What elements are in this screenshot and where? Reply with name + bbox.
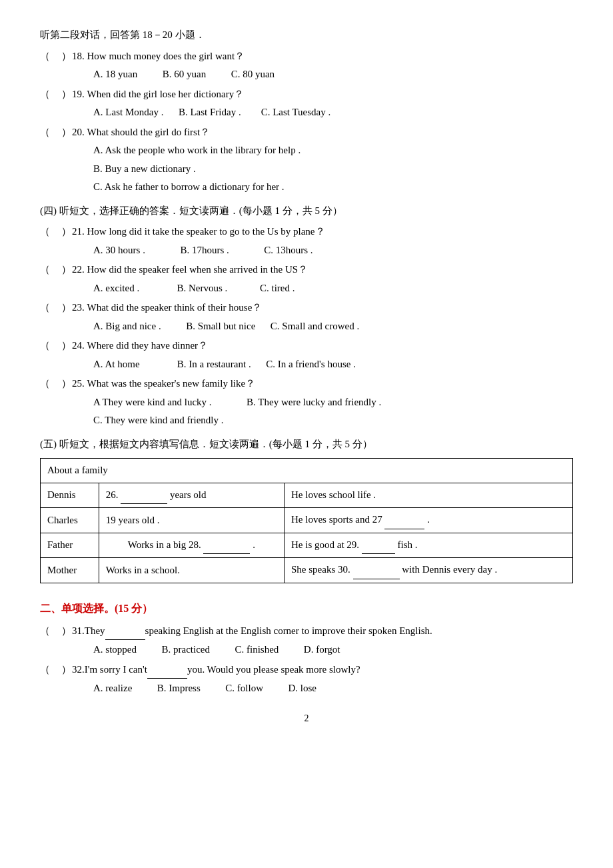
q23-space: ）: [59, 299, 72, 317]
q24-paren: （: [40, 337, 59, 355]
blank-27[interactable]: [384, 511, 424, 529]
q23-opt-a: A. Big and nice .: [93, 321, 161, 331]
q31-opt-a: A. stopped: [93, 644, 137, 655]
table-cell-charles-age: 19 years old .: [99, 508, 284, 533]
q20-paren: （: [40, 124, 59, 141]
q18-paren: （: [40, 48, 59, 65]
table-cell-dennis-info: He loves school life .: [285, 483, 573, 508]
table-cell-dennis-age: 26. years old: [99, 483, 284, 508]
q22-num: 22.: [72, 261, 85, 279]
q18-opt-b: B. 60 yuan: [163, 69, 206, 79]
question-22: （ ） 22. How did the speaker feel when sh…: [40, 261, 573, 297]
q19-paren: （: [40, 86, 59, 103]
blank-32[interactable]: [147, 661, 187, 679]
q24-opt-b: B. In a restaurant .: [177, 359, 251, 369]
q21-opt-b: B. 17hours .: [180, 245, 229, 255]
q23-num: 23.: [72, 299, 85, 317]
q32-opt-c: C. follow: [225, 683, 263, 693]
blank-29[interactable]: [362, 537, 395, 555]
q19-options: A. Last Monday . B. Last Friday . C. Las…: [93, 104, 573, 121]
q32-text-pre: I'm sorry I can't: [85, 661, 147, 679]
q24-text: Where did they have dinner？: [87, 337, 209, 355]
q18-text: How much money does the girl want？: [87, 48, 245, 65]
question-32: （ ） 32. I'm sorry I can't you. Would you…: [40, 661, 573, 697]
blank-28[interactable]: [203, 537, 250, 555]
q18-space: ）: [59, 48, 72, 65]
q31-opt-c: C. finished: [235, 644, 279, 655]
q19-space: ）: [59, 86, 72, 103]
table-row-mother: Mother Works in a school. She speaks 30.…: [41, 558, 573, 583]
section4-header: (四) 听短文，选择正确的答案．短文读两遍．(每小题 1 分，共 5 分）: [40, 203, 573, 220]
question-19: （ ） 19. When did the girl lose her dicti…: [40, 86, 573, 121]
page-number: 2: [40, 711, 573, 727]
q20-opt-b: B. Buy a new dictionary .: [93, 161, 573, 178]
table-row-charles: Charles 19 years old . He loves sports a…: [41, 508, 573, 533]
q21-opt-a: A. 30 hours .: [93, 245, 145, 255]
q24-space: ）: [59, 337, 72, 355]
q21-num: 21.: [72, 223, 85, 241]
q32-opt-d: D. lose: [288, 683, 316, 693]
q24-opt-c: C. In a friend's house .: [266, 359, 356, 369]
question-20: （ ） 20. What should the girl do first？ A…: [40, 124, 573, 196]
blank-31[interactable]: [105, 623, 145, 641]
blank-26[interactable]: [121, 487, 167, 505]
table-cell-dennis-name: Dennis: [41, 483, 99, 508]
q25-space: ）: [59, 375, 72, 393]
q20-num: 20.: [72, 124, 85, 141]
q22-opt-a: A. excited .: [93, 283, 139, 293]
section-dialog2-header: 听第二段对话，回答第 18－20 小题．: [40, 27, 573, 44]
q24-num: 24.: [72, 337, 85, 355]
question-23: （ ） 23. What did the speaker think of th…: [40, 299, 573, 335]
q19-opt-c: C. Last Tuesday .: [261, 107, 331, 117]
q25-row1: A They were kind and lucky . B. They wer…: [93, 394, 573, 411]
q31-paren: （: [40, 623, 59, 640]
q32-text-post: you. Would you please speak more slowly?: [187, 661, 360, 679]
q18-num: 18.: [72, 48, 85, 65]
question-18: （ ） 18. How much money does the girl wan…: [40, 48, 573, 83]
q25-opt-c: C. They were kind and friendly .: [93, 412, 573, 429]
q20-opt-a: A. Ask the people who work in the librar…: [93, 142, 573, 159]
q31-text-post: speaking English at the English corner t…: [145, 623, 432, 640]
table-row-father: Father Works in a big 28. . He is good a…: [41, 533, 573, 558]
q18-opt-c: C. 80 yuan: [231, 69, 275, 79]
q24-opt-a: A. At home: [93, 359, 140, 369]
blank-30[interactable]: [353, 561, 400, 579]
q21-opt-c: C. 13hours .: [264, 245, 312, 255]
q31-opt-b: B. practiced: [162, 644, 210, 655]
q23-paren: （: [40, 299, 59, 317]
section5-header: (五) 听短文，根据短文内容填写信息．短文读两遍．(每小题 1 分，共 5 分）: [40, 436, 573, 453]
info-table: About a family Dennis 26. years old He l…: [40, 458, 573, 583]
q32-options: A. realize B. Impress C. follow D. lose: [93, 680, 573, 697]
q25-text: What was the speaker's new family like？: [87, 375, 256, 393]
q31-text-pre: They: [85, 623, 105, 640]
q32-opt-a: A. realize: [93, 683, 132, 693]
table-row-dennis: Dennis 26. years old He loves school lif…: [41, 483, 573, 508]
q18-options: A. 18 yuan B. 60 yuan C. 80 yuan: [93, 66, 573, 83]
q25-num: 25.: [72, 375, 85, 393]
q31-opt-d: D. forgot: [304, 644, 340, 655]
table-cell-charles-name: Charles: [41, 508, 99, 533]
q21-options: A. 30 hours . B. 17hours . C. 13hours .: [93, 242, 573, 259]
table-cell-father-info: He is good at 29. fish .: [285, 533, 573, 558]
table-cell-mother-name: Mother: [41, 558, 99, 583]
q22-opt-b: B. Nervous .: [177, 283, 227, 293]
q31-num: 31.: [72, 623, 85, 640]
q20-text: What should the girl do first？: [87, 124, 211, 141]
table-title: About a family: [41, 459, 573, 483]
q23-text: What did the speaker think of their hous…: [87, 299, 263, 317]
q32-paren: （: [40, 661, 59, 679]
q22-options: A. excited . B. Nervous . C. tired .: [93, 280, 573, 297]
table-cell-charles-info: He loves sports and 27 .: [285, 508, 573, 533]
q22-text: How did the speaker feel when she arrive…: [87, 261, 308, 279]
q22-paren: （: [40, 261, 59, 279]
table-cell-mother-work: Works in a school.: [99, 558, 284, 583]
q19-opt-b: B. Last Friday .: [179, 107, 241, 117]
question-21: （ ） 21. How long did it take the speaker…: [40, 223, 573, 259]
q23-opt-c: C. Small and crowed .: [271, 321, 359, 331]
table-cell-mother-info: She speaks 30. with Dennis every day .: [285, 558, 573, 583]
q21-text: How long did it take the speaker to go t…: [87, 223, 325, 241]
question-31: （ ） 31. They speaking English at the Eng…: [40, 623, 573, 659]
q22-opt-c: C. tired .: [260, 283, 295, 293]
q31-options: A. stopped B. practiced C. finished D. f…: [93, 641, 573, 659]
section2-header: 二、单项选择。(15 分）: [40, 599, 573, 617]
